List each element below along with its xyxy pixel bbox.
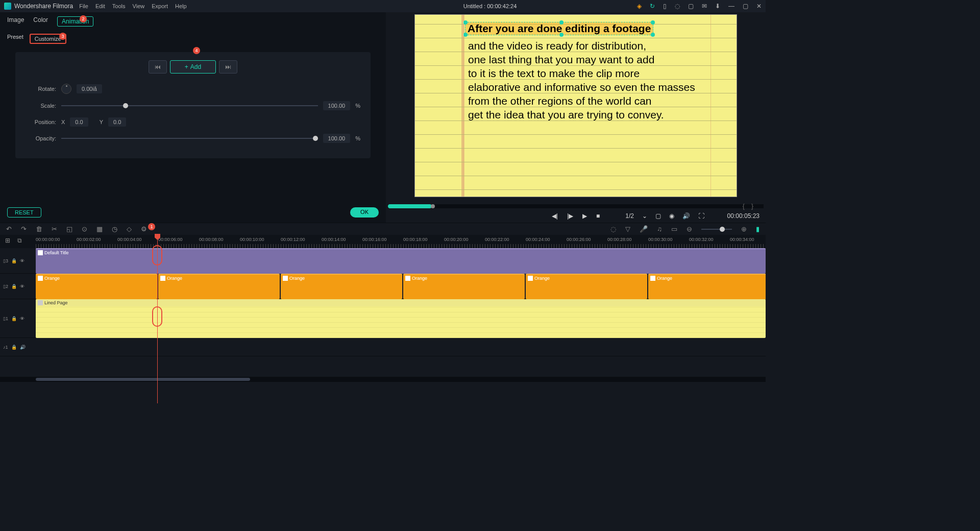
link-icon[interactable]: ⧉ <box>17 237 22 244</box>
clip-lined-page[interactable]: Lined Page <box>36 299 766 338</box>
download-icon[interactable]: ⬇ <box>715 3 720 10</box>
opacity-value[interactable]: 100.00 <box>323 134 351 143</box>
sync-icon[interactable]: ↻ <box>650 3 655 10</box>
save-icon[interactable]: ▢ <box>688 3 694 10</box>
snapshot-icon[interactable]: ◉ <box>669 212 674 220</box>
undo-icon[interactable]: ↶ <box>6 225 12 233</box>
add-keyframe-button[interactable]: + Add <box>170 60 216 74</box>
minimize-icon[interactable]: — <box>728 3 734 10</box>
stop-button[interactable]: ■ <box>596 212 600 220</box>
duration-icon[interactable]: ◷ <box>112 225 117 233</box>
voiceover-icon[interactable]: 🎤 <box>640 225 648 233</box>
position-x-value[interactable]: 0.0 <box>70 117 88 127</box>
track-content-2[interactable]: OrangeOrangeOrangeOrangeOrangeOrange <box>36 274 766 299</box>
lock-icon[interactable]: 🔒 <box>11 345 17 350</box>
fullscreen-icon[interactable]: ⛶ <box>698 212 704 220</box>
delete-icon[interactable]: 🗑 <box>36 225 42 233</box>
menu-export[interactable]: Export <box>152 3 168 9</box>
opacity-slider[interactable] <box>61 138 318 139</box>
clip-orange[interactable]: Orange <box>526 274 647 299</box>
zoom-ratio[interactable]: 1/2 <box>625 212 634 220</box>
adjust-icon[interactable]: ⚙ 1 <box>141 225 147 233</box>
playhead[interactable] <box>157 235 158 403</box>
selected-text-frame[interactable]: After you are done editing a footage <box>465 22 653 35</box>
volume-icon[interactable]: 🔊 <box>682 212 690 220</box>
subtab-preset[interactable]: Preset <box>7 34 23 44</box>
chevron-down-icon[interactable]: ⌄ <box>642 212 647 220</box>
rotate-knob[interactable] <box>61 84 71 94</box>
preview-scrubber[interactable]: { } <box>388 204 764 208</box>
timeline-hscroll[interactable] <box>0 377 766 382</box>
zoom-in-icon[interactable]: ⊕ <box>741 225 747 233</box>
lock-icon[interactable]: 🔒 <box>11 316 17 321</box>
gift-icon[interactable]: ▯ <box>663 3 667 10</box>
callout-badge-2: 2 <box>80 15 87 22</box>
zoom-slider[interactable] <box>701 229 732 230</box>
clip-label: Orange <box>167 276 182 281</box>
redo-icon[interactable]: ↷ <box>21 225 27 233</box>
play-button[interactable]: ▶ <box>582 212 587 220</box>
rotate-value[interactable]: 0.00iå <box>77 84 102 93</box>
track-content-audio[interactable] <box>36 338 766 356</box>
keyframe-icon[interactable]: ◇ <box>127 225 132 233</box>
user-icon[interactable]: ◌ <box>675 3 680 10</box>
prev-keyframe-button[interactable]: ⏮ <box>149 60 167 74</box>
marker-icon[interactable]: ▽ <box>625 225 630 233</box>
crop-icon[interactable]: ◱ <box>66 225 72 233</box>
clip-orange[interactable]: Orange <box>281 274 402 299</box>
track-add-icon[interactable]: ⊞ <box>5 237 10 244</box>
clip-orange[interactable]: Orange <box>648 274 766 299</box>
close-icon[interactable]: ✕ <box>756 3 762 10</box>
tab-image[interactable]: Image <box>7 16 24 27</box>
timeline-ruler[interactable]: ⊞ ⧉ /* marks added by binder below */ 00… <box>0 235 766 248</box>
eye-icon[interactable]: 👁 <box>20 284 24 289</box>
speaker-icon[interactable]: 🔊 <box>20 345 26 350</box>
monitor-icon[interactable]: ▢ <box>655 212 661 220</box>
track-audio: ♪1 🔒 🔊 <box>0 338 766 356</box>
step-fwd-button[interactable]: |▶ <box>567 212 573 220</box>
track-content-3[interactable]: Default Title <box>36 248 766 273</box>
playhead-handle-top[interactable] <box>152 245 162 266</box>
text-icon <box>38 250 43 255</box>
eye-icon[interactable]: 👁 <box>20 316 24 321</box>
scale-value[interactable]: 100.00 <box>323 101 351 110</box>
track-orange: ▯2 🔒 👁 OrangeOrangeOrangeOrangeOrangeOra… <box>0 274 766 299</box>
clip-orange[interactable]: Orange <box>36 274 157 299</box>
maximize-icon[interactable]: ▢ <box>743 3 748 10</box>
lock-icon[interactable]: 🔒 <box>11 284 17 289</box>
menu-edit[interactable]: Edit <box>95 3 105 9</box>
render-icon[interactable]: ◌ <box>610 225 616 233</box>
menu-file[interactable]: File <box>79 3 88 9</box>
playhead-handle-bottom[interactable] <box>152 306 162 327</box>
tab-color[interactable]: Color <box>33 16 48 27</box>
view-icon[interactable]: ▭ <box>671 225 677 233</box>
clip-orange[interactable]: Orange <box>158 274 280 299</box>
ok-button[interactable]: OK <box>350 207 379 218</box>
lock-icon[interactable]: 🔒 <box>11 258 17 263</box>
reset-button[interactable]: RESET <box>7 207 41 218</box>
menu-view[interactable]: View <box>133 3 145 9</box>
menu-help[interactable]: Help <box>175 3 187 9</box>
mixer-icon[interactable]: ♫ <box>657 225 662 233</box>
clip-orange[interactable]: Orange <box>403 274 525 299</box>
track-header-audio: ♪1 🔒 🔊 <box>0 338 36 356</box>
hint-icon[interactable]: ◈ <box>637 3 642 10</box>
position-y-value[interactable]: 0.0 <box>108 117 126 127</box>
ruler-mark: 00:00:14:00 <box>322 237 346 242</box>
clip-default-title[interactable]: Default Title <box>36 248 766 274</box>
color-icon[interactable]: ▦ <box>96 225 103 233</box>
zoom-out-icon[interactable]: ⊖ <box>687 225 692 233</box>
fit-icon[interactable]: ▮ <box>756 225 760 233</box>
eye-icon[interactable]: 👁 <box>20 258 24 263</box>
speed-icon[interactable]: ⊙ <box>82 225 87 233</box>
scale-slider[interactable] <box>61 105 318 106</box>
plus-icon: + <box>185 63 188 70</box>
track-content-1[interactable]: Lined Page <box>36 299 766 337</box>
next-keyframe-button[interactable]: ⏭ <box>219 60 237 74</box>
mail-icon[interactable]: ✉ <box>702 3 707 10</box>
tab-animation[interactable]: Animation <box>57 16 93 27</box>
menu-tools[interactable]: Tools <box>112 3 126 9</box>
step-back-button[interactable]: ◀| <box>552 212 558 220</box>
split-icon[interactable]: ✂ <box>52 225 57 233</box>
preview-canvas[interactable]: After you are done editing a footage and… <box>386 12 766 203</box>
